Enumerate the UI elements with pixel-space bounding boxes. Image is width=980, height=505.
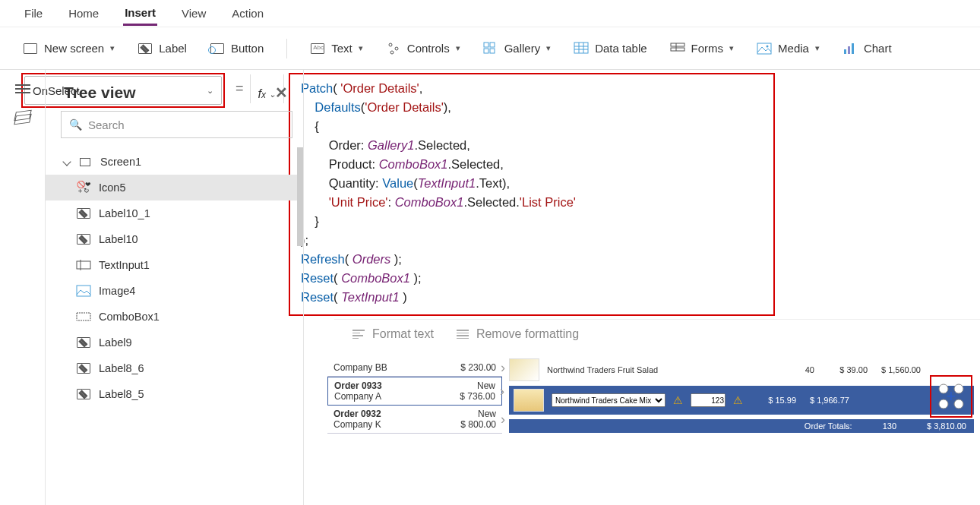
close-icon[interactable]: ✕	[275, 84, 288, 102]
align-justify-icon	[457, 328, 469, 340]
search-icon: 🔍	[69, 118, 82, 131]
chart-icon	[842, 42, 858, 55]
tree-node-textinput1[interactable]: TextInput1	[46, 252, 303, 278]
svg-point-19	[767, 45, 769, 47]
left-rail	[0, 70, 46, 505]
menu-insert[interactable]: Insert	[123, 2, 157, 26]
tree-node-image4[interactable]: Image4	[46, 278, 303, 304]
tree-node-label8_6[interactable]: Label8_6	[46, 355, 303, 381]
chart-dropdown[interactable]: Chart	[842, 42, 892, 55]
tree-node-label9[interactable]: Label9	[46, 330, 303, 355]
menu-action[interactable]: Action	[230, 2, 265, 24]
canvas-preview: Company BB$ 230.00›Order 0933Company ANe…	[327, 358, 974, 434]
tree-node-icon	[76, 259, 91, 271]
edit-row[interactable]: Northwind Traders Cake Mix ⚠ ⚠ $ 15.99 $…	[509, 386, 974, 415]
tree-node-icon	[76, 285, 91, 297]
tree-node-label: Label8_5	[99, 388, 144, 400]
svg-rect-6	[484, 43, 488, 47]
tree-node-screen1[interactable]: Screen1	[46, 149, 303, 175]
table-icon	[574, 42, 589, 55]
text-dropdown[interactable]: Text▾	[310, 42, 363, 55]
screen-icon	[23, 42, 38, 55]
formula-editor[interactable]: Patch( 'Order Details', Defaults('Order …	[289, 73, 775, 316]
detail-row: Northwind Traders Fruit Salad 40 $ 39.00…	[509, 358, 974, 381]
tree-node-label: TextInput1	[99, 259, 150, 271]
tree-node-icon5[interactable]: 🚫❤＋↻Icon5	[46, 175, 303, 200]
tree-node-label: Icon5	[99, 181, 125, 194]
tree-node-label: Label10_1	[99, 207, 150, 219]
new-screen-button[interactable]: New screen▾	[23, 42, 115, 55]
svg-point-4	[395, 47, 398, 50]
forms-dropdown[interactable]: Forms▾	[670, 42, 735, 55]
order-detail: Northwind Traders Fruit Salad 40 $ 39.00…	[509, 358, 974, 434]
layers-icon[interactable]	[15, 111, 30, 123]
orders-gallery[interactable]: Company BB$ 230.00›Order 0933Company ANe…	[327, 358, 503, 434]
quantity-input[interactable]	[691, 393, 726, 407]
tree-node-icon	[76, 311, 91, 323]
tree-node-label: Image4	[99, 285, 135, 297]
menu-view[interactable]: View	[180, 2, 207, 24]
tree-node-label: ComboBox1	[99, 311, 160, 323]
product-image	[514, 389, 544, 412]
menubar: File Home Insert View Action	[0, 0, 980, 27]
tree-node-combobox1[interactable]: ComboBox1	[46, 304, 303, 330]
media-dropdown[interactable]: Media▾	[757, 42, 820, 55]
format-text-button[interactable]: Format text	[352, 327, 434, 341]
svg-rect-9	[490, 49, 495, 53]
warning-icon: ⚠	[733, 394, 743, 406]
button-button[interactable]: Button	[210, 42, 264, 55]
tree-node-label: Label10	[99, 233, 138, 245]
tree-node-label8_5[interactable]: Label8_5	[46, 381, 303, 407]
svg-rect-23	[77, 261, 90, 269]
svg-point-3	[389, 43, 392, 46]
product-combobox[interactable]: Northwind Traders Cake Mix	[552, 393, 665, 407]
tree-node-label10[interactable]: Label10	[46, 226, 303, 252]
svg-rect-21	[848, 46, 850, 54]
order-row[interactable]: Order 0932Company KNew$ 800.00›	[327, 406, 502, 434]
svg-rect-15	[671, 43, 684, 46]
gallery-dropdown[interactable]: Gallery▾	[483, 42, 552, 55]
forms-icon	[670, 42, 685, 55]
tree-node-icon: 🚫❤＋↻	[76, 181, 91, 194]
warning-icon: ⚠	[673, 394, 683, 406]
svg-rect-20	[844, 49, 846, 54]
svg-rect-8	[484, 49, 488, 53]
product-image	[509, 358, 539, 381]
menu-file[interactable]: File	[23, 2, 44, 24]
controls-icon	[386, 42, 401, 55]
tree-node-icon	[76, 233, 91, 245]
tree-node-icon	[76, 362, 91, 374]
tree-view-title: Tree view ✕	[46, 84, 303, 111]
svg-rect-22	[852, 43, 854, 54]
remove-formatting-button[interactable]: Remove formatting	[457, 327, 579, 341]
tree-node-icon	[76, 207, 91, 219]
tree-search-input[interactable]: 🔍 Search	[61, 111, 292, 138]
media-icon	[757, 42, 772, 55]
tree-node-icon	[76, 336, 91, 349]
order-row[interactable]: Order 0933Company ANew$ 736.00›	[327, 377, 502, 406]
tree-node-icon	[76, 388, 91, 400]
tree-node-label: Label8_6	[99, 362, 144, 374]
chevron-down-icon: ▾	[110, 43, 115, 53]
add-icon-highlight: +	[930, 375, 972, 418]
svg-rect-25	[77, 286, 90, 296]
text-icon	[310, 42, 325, 55]
format-bar: Format text Remove formatting	[334, 319, 980, 349]
scrollbar[interactable]	[297, 147, 303, 246]
svg-point-5	[390, 51, 394, 54]
tree-node-label: Label9	[99, 336, 132, 349]
hamburger-icon[interactable]	[15, 82, 30, 96]
tree: Screen1 🚫❤＋↻Icon5Label10_1Label10TextInp…	[46, 147, 303, 409]
gallery-icon	[483, 42, 498, 55]
order-row[interactable]: Company BB$ 230.00›	[327, 359, 502, 377]
tree-node-label10_1[interactable]: Label10_1	[46, 200, 303, 226]
controls-dropdown[interactable]: Controls▾	[386, 42, 460, 55]
label-button[interactable]: Label	[138, 42, 187, 55]
svg-rect-10	[574, 43, 588, 53]
label-icon	[138, 42, 153, 55]
menu-home[interactable]: Home	[67, 2, 100, 24]
data-table-button[interactable]: Data table	[574, 42, 646, 55]
tree-view-panel: Tree view ✕ 🔍 Search Screen1 🚫❤＋↻Icon5La…	[46, 70, 304, 505]
svg-rect-18	[757, 43, 771, 54]
totals-row: Order Totals: 130 $ 3,810.00	[509, 419, 974, 433]
